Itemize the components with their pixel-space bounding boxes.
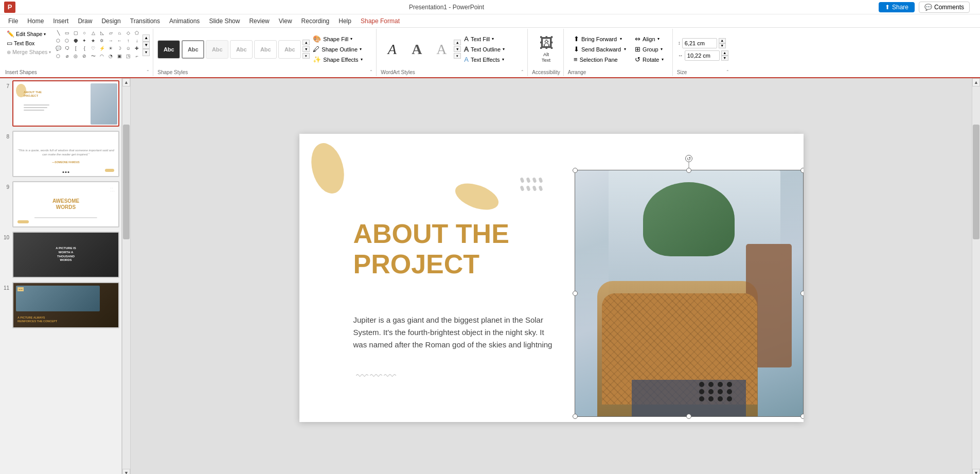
width-spin-up[interactable]: ▲ [721, 50, 728, 56]
shapes-scroll-down[interactable]: ▼ [142, 42, 150, 49]
shape-arrow-d[interactable]: ↓ [133, 38, 140, 44]
slide-image-container[interactable]: ↺ [569, 165, 804, 417]
shape-arrow-l[interactable]: ← [116, 38, 123, 44]
slide-img-8[interactable]: "This is a quote, words full of wisdom t… [12, 131, 119, 177]
menu-design[interactable]: Design [97, 16, 124, 26]
style-scroll-down[interactable]: ▼ [302, 46, 310, 52]
shape-arrow-u[interactable]: ↑ [124, 38, 132, 44]
shape-callout1[interactable]: 💬 [55, 45, 62, 51]
rotate-button[interactable]: ↺ Rotate ▾ [632, 55, 666, 64]
slide-thumb-11[interactable]: 11 A PICTURE ALWAYSREINFORCES THE CONCEP… [2, 282, 119, 328]
slide-canvas[interactable]: 〰〰〰 ABOUT THEPROJECT Jupiter is a gas gi… [299, 134, 804, 422]
merge-shapes-button[interactable]: ⊕ Merge Shapes ▾ [5, 48, 52, 56]
text-box-button[interactable]: ▭ Text Box [5, 39, 52, 47]
height-spin-down[interactable]: ▼ [719, 43, 726, 48]
shapes-scroll-up[interactable]: ▲ [142, 34, 150, 42]
bring-forward-dropdown[interactable]: ▾ [620, 37, 622, 41]
menu-home[interactable]: Home [23, 16, 48, 26]
slide-img-7[interactable]: ABOUT THEPROJECT [12, 80, 119, 127]
shape-sun[interactable]: ☀ [107, 45, 114, 51]
shape-trapezoid[interactable]: ⏢ [116, 30, 123, 36]
slide-title[interactable]: ABOUT THEPROJECT [353, 219, 509, 280]
alt-text-button[interactable]: 🖼 AltText [537, 35, 556, 64]
comments-button[interactable]: 💬 Comments [919, 2, 970, 13]
shape-fill-button[interactable]: 🎨 Shape Fill ▾ [311, 34, 373, 44]
style-swatch-outline[interactable]: Abc [182, 40, 204, 59]
shape-chord[interactable]: ◠ [98, 53, 105, 59]
shape-brace[interactable]: { [81, 45, 88, 51]
height-spin-up[interactable]: ▲ [719, 38, 726, 43]
menu-insert[interactable]: Insert [49, 16, 73, 26]
text-effects-dropdown[interactable]: ▾ [502, 57, 504, 62]
wa-scroll-up[interactable]: ▲ [454, 40, 461, 45]
shape-hexagon[interactable]: ⬡ [55, 38, 62, 44]
slide-img-11[interactable]: A PICTURE ALWAYSREINFORCES THE CONCEPT ∼… [12, 282, 119, 328]
shape-cube[interactable]: ⬡ [55, 53, 62, 59]
shape-heart[interactable]: ♡ [90, 45, 97, 51]
text-outline-button[interactable]: A Text Outline ▾ [462, 44, 524, 54]
shape-smiley[interactable]: ☺ [124, 45, 132, 51]
menu-file[interactable]: File [4, 16, 22, 26]
menu-view[interactable]: View [275, 16, 296, 26]
slide-scroll-up[interactable]: ▲ [122, 78, 130, 86]
style-scroll-more[interactable]: ▾ [302, 53, 310, 59]
shape-donut[interactable]: ◎ [72, 53, 79, 59]
menu-draw[interactable]: Draw [74, 16, 96, 26]
rotate-dropdown[interactable]: ▾ [662, 57, 664, 62]
shape-star4[interactable]: ✦ [81, 38, 88, 44]
menu-recording[interactable]: Recording [297, 16, 334, 26]
shape-outline-button[interactable]: 🖊 Shape Outline ▾ [311, 44, 373, 54]
shape-cross[interactable]: ✚ [133, 45, 140, 51]
shape-diamond[interactable]: ◇ [124, 30, 132, 36]
wa-swatch-3[interactable]: A [430, 40, 453, 59]
menu-help[interactable]: Help [334, 16, 355, 26]
share-button[interactable]: ⬆ Share [879, 2, 915, 12]
shape-star6[interactable]: ✡ [98, 38, 105, 44]
wa-swatch-1[interactable]: A [381, 40, 403, 59]
text-outline-dropdown[interactable]: ▾ [503, 47, 505, 51]
slide-scroll-down[interactable]: ▼ [122, 469, 130, 474]
shape-effects-dropdown[interactable]: ▾ [361, 57, 363, 62]
rotate-handle[interactable]: ↺ [685, 155, 692, 162]
group-dropdown[interactable]: ▾ [661, 47, 663, 51]
bring-forward-button[interactable]: ⬆ Bring Forward ▾ [571, 34, 629, 44]
shape-pentagon[interactable]: ⬠ [133, 30, 140, 36]
wa-swatch-2[interactable]: A [405, 40, 428, 59]
shape-moon[interactable]: ☽ [116, 45, 123, 51]
send-backward-button[interactable]: ⬇ Send Backward ▾ [571, 44, 629, 54]
shapes-scroll-more[interactable]: ▾ [142, 49, 150, 56]
shape-round-rect[interactable]: ▢ [72, 30, 79, 36]
shape-heptagon[interactable]: ⬡ [63, 38, 70, 44]
menu-slideshow[interactable]: Slide Show [205, 16, 244, 26]
shape-arrow-r[interactable]: → [107, 38, 114, 44]
edit-shape-button[interactable]: ✏️ Edit Shape ▾ [5, 30, 52, 38]
shape-corner[interactable]: ⌐ [133, 53, 140, 59]
shape-wave[interactable]: 〜 [90, 53, 97, 59]
wa-scroll-down[interactable]: ▼ [454, 46, 461, 52]
width-spin-down[interactable]: ▼ [721, 56, 728, 61]
slide-thumb-8[interactable]: 8 "This is a quote, words full of wisdom… [2, 131, 119, 177]
text-fill-dropdown[interactable]: ▾ [492, 37, 494, 41]
align-button[interactable]: ⇔ Align ▾ [632, 34, 666, 44]
slide-img-9[interactable]: AWESOMEWORDS · ·· · · [12, 181, 119, 227]
style-swatch-light[interactable]: Abc [206, 40, 228, 59]
shape-pie[interactable]: ◔ [107, 53, 114, 59]
shape-frame[interactable]: ▣ [116, 53, 123, 59]
shape-line[interactable]: ╲ [55, 30, 62, 36]
align-dropdown[interactable]: ▾ [657, 37, 660, 41]
shape-lightning[interactable]: ⚡ [98, 45, 105, 51]
slide-thumb-9[interactable]: 9 AWESOMEWORDS · ·· · · [2, 181, 119, 227]
shape-styles-expand[interactable]: ⌃ [369, 69, 373, 74]
group-button[interactable]: ⊞ Group ▾ [632, 44, 666, 54]
shape-rect[interactable]: ▭ [63, 30, 70, 36]
wa-scroll-more[interactable]: ▾ [454, 53, 461, 59]
text-fill-button[interactable]: A Text Fill ▾ [462, 34, 524, 44]
style-swatch-dark[interactable]: Abc [157, 40, 180, 59]
shape-star5[interactable]: ★ [90, 38, 97, 44]
style-swatch-plain3[interactable]: Abc [278, 40, 301, 59]
selection-pane-button[interactable]: ≡ Selection Pane [571, 55, 629, 64]
canvas-scroll-down[interactable]: ▼ [972, 469, 980, 474]
shape-octagon[interactable]: ⯃ [72, 38, 79, 44]
shape-bracket[interactable]: [ [72, 45, 79, 51]
shape-triangle[interactable]: △ [90, 30, 97, 36]
